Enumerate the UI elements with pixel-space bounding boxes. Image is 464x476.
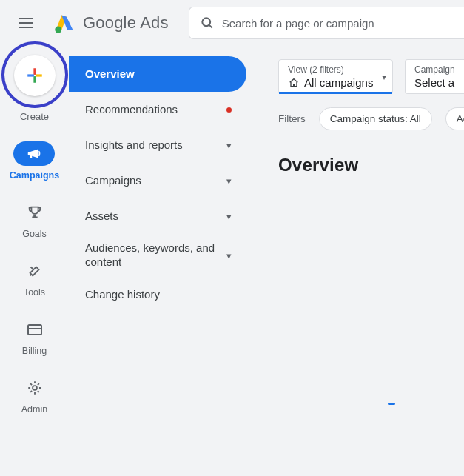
- menu-icon[interactable]: [19, 14, 37, 32]
- gear-icon: [27, 380, 43, 396]
- nav-label: Insights and reports: [85, 138, 226, 152]
- create-button[interactable]: [14, 55, 56, 96]
- svg-rect-5: [27, 74, 34, 76]
- campaign-small-label: Campaign: [414, 64, 464, 75]
- trophy-icon: [27, 204, 43, 221]
- nav-label: Recommendations: [85, 103, 226, 117]
- create-label: Create: [20, 111, 49, 122]
- page-title: Overview: [278, 155, 464, 175]
- nav-campaigns[interactable]: Campaigns ▾: [69, 163, 246, 198]
- chevron-down-icon: ▾: [382, 72, 386, 82]
- divider: [278, 141, 464, 141]
- notification-dot-icon: [226, 107, 232, 113]
- svg-point-0: [55, 27, 61, 33]
- view-small-label: View (2 filters): [288, 64, 385, 75]
- nav-label: Campaigns: [85, 174, 226, 188]
- nav-recommendations[interactable]: Recommendations: [69, 92, 246, 127]
- nav-label: Assets: [85, 209, 226, 224]
- filters-label: Filters: [278, 113, 306, 124]
- svg-line-2: [209, 25, 212, 28]
- google-ads-logo-icon: [53, 13, 75, 33]
- home-icon: [288, 77, 300, 89]
- nav-assets[interactable]: Assets ▾: [69, 198, 246, 234]
- filter-chip-campaign-status[interactable]: Campaign status: All: [319, 107, 432, 130]
- chevron-down-icon: ▾: [226, 211, 232, 222]
- nav-label: Overview: [85, 67, 232, 81]
- campaign-selector-card[interactable]: Campaign Select a: [405, 59, 464, 94]
- global-search[interactable]: [189, 7, 464, 39]
- product-name: Google Ads: [83, 13, 169, 33]
- view-value: All campaigns: [304, 76, 373, 89]
- chevron-down-icon: ▾: [226, 250, 232, 261]
- svg-rect-4: [33, 76, 36, 83]
- nav-label: Change history: [85, 288, 232, 302]
- svg-rect-6: [36, 74, 42, 76]
- campaign-value: Select a: [414, 76, 454, 89]
- nav-audiences-keywords-content[interactable]: Audiences, keywords, and content ▾: [69, 234, 246, 277]
- chevron-down-icon: ▾: [226, 175, 232, 187]
- rail-item-tools[interactable]: Tools: [14, 258, 56, 298]
- nav-insights-reports[interactable]: Insights and reports ▾: [69, 127, 246, 163]
- rail-item-admin[interactable]: Admin: [14, 375, 56, 415]
- svg-point-9: [33, 386, 37, 390]
- view-selector-card[interactable]: View (2 filters) All campaigns ▾: [278, 59, 393, 94]
- rail-item-billing[interactable]: Billing: [14, 317, 56, 356]
- nav-change-history[interactable]: Change history: [69, 277, 246, 312]
- loading-indicator: [388, 403, 395, 405]
- active-underline: [279, 92, 392, 94]
- rail-label: Goals: [22, 229, 47, 239]
- nav-overview[interactable]: Overview: [69, 56, 246, 92]
- rail-label: Campaigns: [10, 170, 59, 181]
- svg-rect-3: [33, 68, 36, 75]
- rail-item-goals[interactable]: Goals: [14, 200, 56, 239]
- svg-point-1: [202, 18, 210, 26]
- plus-icon: [25, 66, 44, 85]
- search-icon: [200, 16, 215, 30]
- megaphone-icon: [26, 146, 42, 162]
- rail-item-campaigns[interactable]: Campaigns: [10, 141, 59, 181]
- search-input[interactable]: [222, 17, 454, 30]
- chevron-down-icon: ▾: [226, 140, 232, 151]
- rail-label: Admin: [21, 404, 47, 415]
- rail-label: Tools: [24, 287, 45, 298]
- credit-card-icon: [26, 321, 44, 338]
- product-logo-block[interactable]: Google Ads: [53, 13, 169, 33]
- filter-chip-ad-group[interactable]: Ad g: [445, 107, 464, 130]
- nav-label: Audiences, keywords, and content: [85, 241, 226, 269]
- tools-icon: [27, 263, 43, 279]
- rail-label: Billing: [22, 346, 47, 356]
- svg-rect-10: [293, 84, 295, 86]
- svg-rect-7: [28, 325, 41, 335]
